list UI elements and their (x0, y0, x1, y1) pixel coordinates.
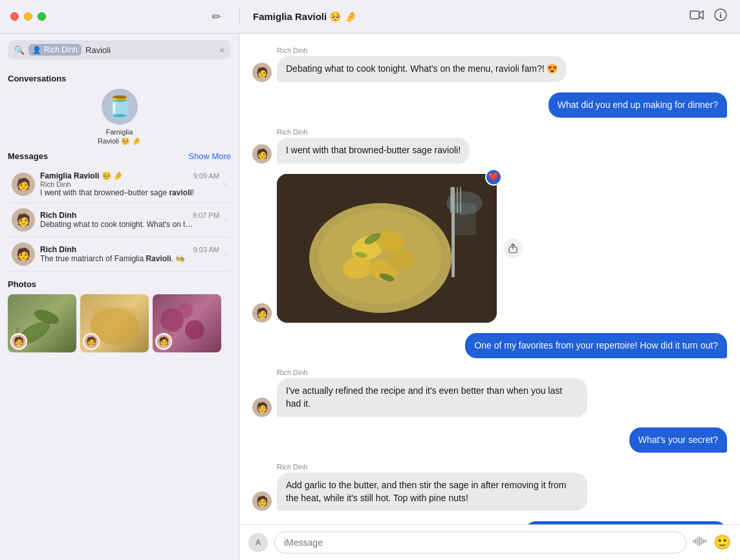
bubble-row: 🧑 I went with that browned-butter sage r… (252, 138, 470, 164)
message-chevron-icon: › (224, 250, 227, 259)
app-icon-label: A (256, 538, 261, 547)
search-clear-button[interactable]: × (219, 45, 224, 55)
bubble-row: What did you end up making for dinner? (549, 92, 727, 118)
show-more-button[interactable]: Show More (188, 151, 231, 161)
message-preview: The true matriarch of Famiglia Ravioli. … (40, 254, 195, 263)
photo-thumbnail[interactable]: 🧑 (8, 294, 76, 352)
chat-image (277, 174, 497, 323)
conversations-label: Conversations (8, 74, 231, 83)
svg-point-9 (185, 320, 204, 339)
search-contact-chip: 👤 Rich Dinh (28, 44, 82, 56)
minimize-button[interactable] (24, 12, 32, 21)
svg-rect-0 (690, 11, 699, 19)
svg-rect-38 (706, 540, 707, 543)
conversation-item[interactable]: 🫙 FamigliaRavioli 🥺 🤌 (8, 89, 231, 146)
svg-rect-32 (695, 539, 696, 544)
close-button[interactable] (10, 12, 19, 21)
emoji-icon[interactable]: 🙂 (713, 534, 731, 551)
bubble-row: 🧑 (252, 174, 497, 323)
svg-rect-33 (697, 537, 698, 545)
search-bar[interactable]: 🔍 👤 Rich Dinh Ravioli × (8, 40, 231, 59)
svg-rect-29 (453, 203, 476, 235)
photo-avatar-overlay: 🧑 (10, 333, 27, 350)
message-row: Rich Dinh 🧑 Add garlic to the butter, an… (252, 463, 587, 511)
messages-label: Messages (8, 151, 48, 161)
message-row: Rich Dinh 🧑 I went with that browned-but… (252, 128, 470, 164)
bubble-row: What's your secret? (629, 427, 727, 453)
message-bubble: What did you end up making for dinner? (549, 92, 727, 118)
message-preview: I went with that browned–butter sage rav… (40, 188, 195, 197)
photo-avatar-overlay: 🧑 (83, 333, 100, 350)
svg-rect-34 (699, 536, 700, 546)
traffic-lights: ✏ (0, 10, 239, 24)
compose-icon[interactable]: ✏ (212, 10, 229, 24)
message-contact: Rich Dinh (40, 211, 76, 220)
message-time: 9:07 PM (193, 211, 219, 219)
conversation-avatar: 🫙 (102, 89, 138, 125)
audio-waveform-icon[interactable] (693, 536, 707, 550)
title-bar: ✏ Famiglia Ravioli 🥺 🤌 i (0, 0, 740, 34)
photos-grid: 🧑 🧑 (8, 294, 231, 352)
message-row: One of my favorites from your repertoire… (465, 333, 727, 359)
message-body: Rich Dinh 9:03 AM The true matriarch of … (40, 245, 219, 263)
messages-section: Messages Show More 🧑 Famiglia Ravioli 🥺 … (8, 151, 231, 272)
message-preview: Debating what to cook tonight. What's on… (40, 220, 195, 229)
message-time: 9:03 AM (193, 246, 219, 253)
message-avatar: 🧑 (252, 491, 272, 511)
message-avatar: 🧑 (12, 208, 35, 232)
message-bubble: Debating what to cook tonight. What's on… (277, 56, 567, 82)
message-row: Rich Dinh 🧑 I've actually refined the re… (252, 369, 587, 416)
search-query: Ravioli (85, 45, 215, 55)
svg-rect-7 (93, 307, 136, 339)
photo-thumbnail[interactable]: 🧑 (80, 294, 149, 352)
maximize-button[interactable] (38, 12, 46, 21)
chat-title: Famiglia Ravioli 🥺 🤌 (253, 11, 357, 23)
message-contact: Famiglia Ravioli 🥺 🤌 (40, 171, 123, 180)
svg-point-10 (177, 303, 193, 318)
photo-thumbnail[interactable]: 🧑 (153, 294, 221, 352)
header-icons: i (690, 8, 727, 25)
svg-rect-31 (693, 540, 694, 543)
svg-rect-36 (702, 539, 704, 544)
message-bubble: One of my favorites from your repertoire… (465, 333, 727, 359)
message-body: Famiglia Ravioli 🥺 🤌 9:09 AM Rich Dinh I… (40, 171, 219, 197)
sidebar: 🔍 👤 Rich Dinh Ravioli × Conversations 🫙 … (0, 34, 239, 560)
message-row: Rich Dinh 🧑 Debating what to cook tonigh… (252, 47, 567, 82)
photo-avatar-overlay: 🧑 (155, 333, 172, 350)
chat-header: Famiglia Ravioli 🥺 🤌 i (239, 8, 740, 25)
message-input[interactable] (274, 532, 686, 554)
message-sender-name: Rich Dinh (252, 128, 308, 136)
app-store-icon[interactable]: A (248, 533, 268, 552)
message-row: What's your secret? (629, 427, 727, 453)
message-time: 9:09 AM (193, 172, 219, 180)
message-sender-name: Rich Dinh (252, 47, 308, 54)
message-bubble: Add garlic to the butter, and then stir … (277, 473, 587, 511)
conversation-name: FamigliaRavioli 🥺 🤌 (98, 127, 141, 146)
bubble-row: 🧑 Debating what to cook tonight. What's … (252, 56, 567, 82)
message-result[interactable]: 🧑 Famiglia Ravioli 🥺 🤌 9:09 AM Rich Dinh… (8, 166, 231, 203)
info-icon[interactable]: i (714, 8, 727, 25)
message-result[interactable]: 🧑 Rich Dinh 9:03 AM The true matriarch o… (8, 237, 231, 272)
search-icon: 🔍 (14, 45, 25, 55)
message-avatar: 🧑 (252, 63, 272, 82)
bubble-row: One of my favorites from your repertoire… (465, 333, 727, 359)
message-chevron-icon: › (224, 180, 227, 189)
message-row: What did you end up making for dinner? (549, 92, 727, 118)
svg-rect-37 (704, 539, 706, 543)
video-call-icon[interactable] (690, 10, 704, 23)
search-chip-label: Rich Dinh (44, 45, 78, 54)
chat-area: Rich Dinh 🧑 Debating what to cook tonigh… (239, 34, 740, 560)
photos-label: Photos (8, 279, 231, 289)
message-avatar: 🧑 (252, 398, 272, 417)
message-sender-name: Rich Dinh (252, 463, 308, 471)
message-avatar: 🧑 (12, 242, 35, 266)
message-result[interactable]: 🧑 Rich Dinh 9:07 PM Debating what to coo… (8, 203, 231, 237)
message-avatar: 🧑 (252, 144, 272, 164)
bubble-row: 🧑 I've actually refined the recipe and i… (252, 378, 587, 416)
messages-section-header: Messages Show More (8, 151, 231, 161)
main-layout: 🔍 👤 Rich Dinh Ravioli × Conversations 🫙 … (0, 34, 740, 560)
share-button[interactable] (503, 239, 523, 258)
messages-container: Rich Dinh 🧑 Debating what to cook tonigh… (239, 34, 740, 524)
sidebar-content: Conversations 🫙 FamigliaRavioli 🥺 🤌 Mess… (0, 66, 239, 560)
message-bubble: What's your secret? (629, 427, 727, 453)
